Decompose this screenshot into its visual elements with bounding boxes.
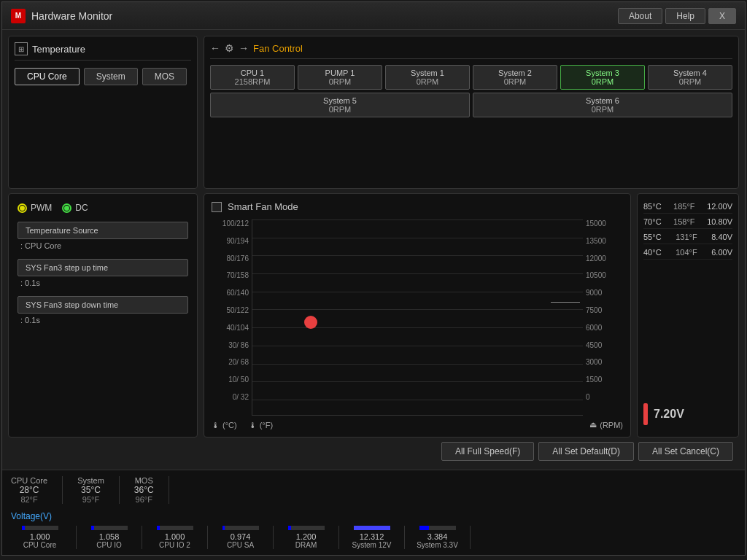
content-area: ⊞ Temperature CPU Core System MOS ← ⚙ → …: [2, 30, 745, 470]
volt-bar-cpu-io2: 1.000 CPU IO 2: [142, 526, 208, 549]
cpu-core-button[interactable]: CPU Core: [15, 68, 80, 85]
temp-stats-row: CPU Core 28°C 82°F System 35°C 95°F MOS …: [11, 476, 736, 504]
voltage-section: Voltage(V) 1.000 CPU Core 1.058 CPU IO: [11, 511, 736, 549]
window-title: Hardware Monitor: [31, 10, 618, 22]
chart-body: 100/212 90/194 80/176 70/158 60/140 50/1…: [212, 219, 623, 416]
pwm-label: PWM: [31, 203, 52, 213]
fan-grid-row1: CPU 1 2158RPM PUMP 1 0RPM System 1 0RPM …: [210, 65, 732, 90]
left-controls: PWM DC Temperature Source : CPU Core SYS…: [8, 193, 198, 438]
chart-legend: 🌡 (°C) 🌡 (°F) ⏏ (RPM): [212, 420, 623, 429]
title-bar-buttons: About Help X: [618, 8, 736, 24]
mos-button[interactable]: MOS: [142, 68, 187, 85]
pwm-radio[interactable]: PWM: [18, 203, 52, 213]
fan-pump1[interactable]: PUMP 1 0RPM: [298, 65, 382, 90]
fan-icon: ⚙: [225, 42, 234, 54]
voltage-value: 7.20V: [654, 408, 684, 421]
mos-stat: MOS 36°C 96°F: [120, 476, 169, 504]
fan-panel-title: Fan Control: [253, 43, 303, 54]
volt-temp-row-2: 55°C 131°F 8.40V: [643, 230, 732, 244]
chart-gridlines: [252, 219, 583, 400]
all-set-cancel-button[interactable]: All Set Cancel(C): [638, 442, 733, 461]
system-stat: System 35°C 95°F: [63, 476, 120, 504]
fan-sys5[interactable]: System 5 0RPM: [210, 93, 470, 117]
step-down-group: SYS Fan3 step down time : 0.1s: [18, 296, 188, 324]
smart-fan-label: Smart Fan Mode: [228, 201, 298, 212]
step-up-value: : 0.1s: [18, 279, 188, 287]
volt-temp-row-1: 70°C 158°F 10.80V: [643, 215, 732, 229]
about-button[interactable]: About: [618, 8, 662, 24]
top-panel: ⊞ Temperature CPU Core System MOS ← ⚙ → …: [8, 36, 739, 189]
fan-sys4[interactable]: System 4 0RPM: [648, 65, 732, 90]
step-up-group: SYS Fan3 step up time : 0.1s: [18, 259, 188, 287]
arrow-left-icon: ←: [210, 42, 220, 54]
step-down-button[interactable]: SYS Fan3 step down time: [18, 296, 188, 314]
fan-cpu1[interactable]: CPU 1 2158RPM: [210, 65, 295, 90]
fan-panel-header: ← ⚙ → Fan Control: [210, 42, 732, 59]
legend-rpm: ⏏ (RPM): [589, 420, 623, 429]
chart-control-point[interactable]: [304, 316, 317, 329]
dc-label: DC: [75, 203, 88, 213]
app-icon: M: [11, 9, 26, 23]
chart-reference-line: [551, 302, 580, 303]
legend-celsius: 🌡 (°C): [212, 421, 237, 429]
volt-bar-sys33v: 3.384 System 3.3V: [405, 526, 471, 549]
smart-fan-checkbox[interactable]: [212, 202, 222, 212]
voltage-section-label: Voltage(V): [11, 511, 736, 521]
fan-control-panel: ← ⚙ → Fan Control CPU 1 2158RPM PUMP 1 0…: [204, 36, 739, 189]
system-button[interactable]: System: [84, 68, 138, 85]
main-window: M Hardware Monitor About Help X ⊞ Temper…: [1, 1, 746, 556]
right-voltage-panel: 85°C 185°F 12.00V 70°C 158°F 10.80V 55°C…: [637, 193, 739, 438]
fan-sys3[interactable]: System 3 0RPM: [560, 65, 645, 90]
temp-icon: ⊞: [15, 42, 28, 55]
all-set-default-button[interactable]: All Set Default(D): [538, 442, 634, 461]
thermometer-icon: 🌡: [212, 421, 220, 429]
volt-temp-row-3: 40°C 104°F 6.00V: [643, 246, 732, 260]
main-section: PWM DC Temperature Source : CPU Core SYS…: [8, 193, 739, 438]
arrow-right-icon: →: [239, 42, 249, 54]
volt-bar-cpu-core: 1.000 CPU Core: [11, 526, 77, 549]
temperature-panel: ⊞ Temperature CPU Core System MOS: [8, 36, 198, 189]
thermometer-f-icon: 🌡: [249, 421, 257, 429]
step-down-value: : 0.1s: [18, 316, 188, 324]
close-button[interactable]: X: [708, 8, 736, 24]
chart-area: Smart Fan Mode 100/212 90/194 80/176 70/…: [204, 193, 631, 438]
cpu-core-stat: CPU Core 28°C 82°F: [11, 476, 63, 504]
dc-radio-circle: [62, 203, 71, 213]
pwm-radio-circle: [18, 203, 27, 213]
help-button[interactable]: Help: [665, 8, 705, 24]
temp-panel-header: ⊞ Temperature: [15, 42, 191, 61]
fan-rpm-icon: ⏏: [589, 420, 597, 429]
chart-title-row: Smart Fan Mode: [212, 201, 623, 212]
mode-row: PWM DC: [18, 203, 188, 213]
fan-sys1[interactable]: System 1 0RPM: [385, 65, 470, 90]
temp-source-value: : CPU Core: [18, 241, 188, 250]
voltage-indicator-bar: [643, 403, 648, 425]
voltage-bars: 1.000 CPU Core 1.058 CPU IO 1.000 CPU IO…: [11, 526, 736, 549]
chart-y-labels-left: 100/212 90/194 80/176 70/158 60/140 50/1…: [212, 219, 252, 416]
footer-stats: CPU Core 28°C 82°F System 35°C 95°F MOS …: [2, 470, 745, 555]
volt-temp-row-0: 85°C 185°F 12.00V: [643, 200, 732, 214]
volt-bar-dram: 1.200 DRAM: [274, 526, 339, 549]
step-up-button[interactable]: SYS Fan3 step up time: [18, 259, 188, 276]
temp-source-button[interactable]: Temperature Source: [18, 222, 188, 239]
chart-y-labels-right: 15000 13500 12000 10500 9000 7500 6000 4…: [583, 219, 623, 416]
chart-canvas[interactable]: [252, 219, 583, 416]
temp-buttons-row: CPU Core System MOS: [15, 68, 191, 85]
bottom-bar: All Full Speed(F) All Set Default(D) All…: [8, 442, 739, 464]
dc-radio[interactable]: DC: [62, 203, 88, 213]
volt-bar-sys12v: 12.312 System 12V: [339, 526, 405, 549]
voltage-temps: 85°C 185°F 12.00V 70°C 158°F 10.80V 55°C…: [643, 200, 732, 260]
volt-bar-cpu-io: 1.058 CPU IO: [77, 526, 142, 549]
fan-grid-row2: System 5 0RPM System 6 0RPM: [210, 93, 732, 117]
current-voltage-display: 7.20V: [643, 397, 732, 431]
fan-sys2[interactable]: System 2 0RPM: [473, 65, 557, 90]
volt-bar-cpu-sa: 0.974 CPU SA: [208, 526, 274, 549]
all-full-speed-button[interactable]: All Full Speed(F): [441, 442, 534, 461]
title-bar: M Hardware Monitor About Help X: [2, 2, 745, 30]
legend-fahrenheit: 🌡 (°F): [249, 421, 273, 429]
temp-panel-title: Temperature: [32, 44, 85, 55]
fan-sys6[interactable]: System 6 0RPM: [473, 93, 732, 117]
temp-source-group: Temperature Source : CPU Core: [18, 222, 188, 250]
